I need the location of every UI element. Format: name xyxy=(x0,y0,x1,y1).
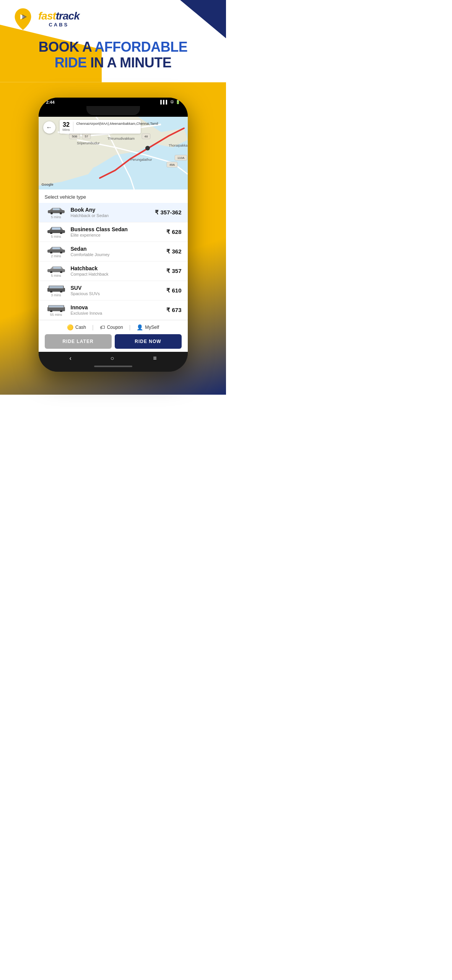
action-buttons: RIDE LATER RIDE NOW xyxy=(45,334,182,349)
vehicle-item-hatchback[interactable]: 5 mins Hatchback Compact Hatchback ₹ 357 xyxy=(39,261,188,281)
vehicle-desc-sedan: Comfortable Journey xyxy=(71,252,167,257)
vehicle-image-wrap-business_sedan: 5 mins xyxy=(45,225,68,238)
payment-myself[interactable]: 👤 MySelf xyxy=(130,324,165,330)
nav-home-icon[interactable]: ○ xyxy=(111,355,114,362)
vehicle-name-suv: SUV xyxy=(71,285,167,291)
home-indicator-area: ‹ ○ ≡ xyxy=(39,352,188,372)
nav-icons-row: ‹ ○ ≡ xyxy=(39,355,188,362)
cash-label: Cash xyxy=(75,325,86,330)
brand-logo-icon xyxy=(11,8,34,31)
vehicle-price-hatchback: ₹ 357 xyxy=(166,268,181,274)
logo-cabs-text: CABS xyxy=(38,22,80,28)
google-watermark: Google xyxy=(42,183,54,186)
vehicle-name-innova: Innova xyxy=(71,304,167,310)
vehicle-info-business_sedan: Business Class Sedan Elite experience xyxy=(68,226,167,237)
svg-rect-28 xyxy=(52,227,60,230)
vehicle-desc-innova: Exclusive Innova xyxy=(71,311,167,315)
vehicle-price-suv: ₹ 610 xyxy=(166,287,181,294)
svg-rect-33 xyxy=(47,269,65,272)
svg-rect-21 xyxy=(48,210,65,213)
map-info-card: 32 Mins ChennaiAirport(MAA),Meenambakkam… xyxy=(60,120,141,134)
tagline-heading: BOOK A AFFORDABLE RIDE IN A MINUTE xyxy=(11,39,215,71)
vehicle-list: 5 mins Book Any Hatchback or Sedan ₹ 357… xyxy=(39,203,188,320)
status-icons: ▌▌▌ ⦿ 🔋 xyxy=(160,100,180,104)
vehicle-price-innova: ₹ 673 xyxy=(166,307,181,314)
notch-cutout xyxy=(86,106,140,115)
wifi-icon: ⦿ xyxy=(170,100,174,104)
payment-cash[interactable]: 🟡 Cash xyxy=(61,324,92,330)
vehicle-item-business_sedan[interactable]: 5 mins Business Class Sedan Elite experi… xyxy=(39,222,188,242)
vehicle-list-container: Select vehicle type 5 mins Book Any Hatc… xyxy=(39,189,188,352)
vehicle-mins-innova: 55 mins xyxy=(50,313,62,317)
tagline: BOOK A AFFORDABLE RIDE IN A MINUTE xyxy=(11,35,215,78)
eta-time-box: 32 Mins xyxy=(63,122,73,132)
svg-rect-36 xyxy=(53,267,61,269)
svg-text:49A: 49A xyxy=(169,163,175,167)
person-icon: 👤 xyxy=(137,324,143,330)
vehicle-mins-suv: 3 mins xyxy=(51,293,61,297)
svg-text:Perungalathur: Perungalathur xyxy=(130,158,152,162)
vehicle-image-wrap-hatchback: 5 mins xyxy=(45,265,68,278)
vehicle-price-book_any: ₹ 357-362 xyxy=(155,209,181,216)
nav-recent-icon[interactable]: ≡ xyxy=(153,355,156,362)
vehicle-image-wrap-sedan: 2 mins xyxy=(45,245,68,258)
phone-notch xyxy=(39,106,188,117)
vehicle-image-wrap-book_any: 5 mins xyxy=(45,206,68,219)
svg-rect-29 xyxy=(47,250,65,253)
vehicle-mins-hatchback: 5 mins xyxy=(51,274,61,278)
vehicle-image-wrap-suv: 3 mins xyxy=(45,284,68,297)
vehicle-desc-hatchback: Compact Hatchback xyxy=(71,272,167,276)
vehicle-price-sedan: ₹ 362 xyxy=(166,248,181,255)
status-time: 2:44 xyxy=(46,100,55,105)
vehicle-mins-business_sedan: 5 mins xyxy=(51,235,61,238)
vehicle-name-hatchback: Hatchback xyxy=(71,265,167,271)
vehicle-info-suv: SUV Spacious SUVs xyxy=(68,285,167,296)
eta-label: Mins xyxy=(63,128,70,132)
home-bar xyxy=(94,366,132,367)
svg-text:110A: 110A xyxy=(177,156,184,160)
vehicle-desc-suv: Spacious SUVs xyxy=(71,291,167,296)
vehicle-name-book_any: Book Any xyxy=(71,207,155,213)
svg-rect-25 xyxy=(47,230,65,233)
ride-later-button[interactable]: RIDE LATER xyxy=(45,334,112,349)
phone-wrapper: 2:44 ▌▌▌ ⦿ 🔋 xyxy=(0,82,226,395)
header: fasttrack CABS BOOK A AFFORDABLE RIDE IN… xyxy=(0,0,226,82)
coupon-label: Coupon xyxy=(107,325,123,330)
vehicle-mins-sedan: 2 mins xyxy=(51,254,61,258)
cash-icon: 🟡 xyxy=(67,324,73,330)
battery-icon: 🔋 xyxy=(176,100,180,104)
vehicle-price-business_sedan: ₹ 628 xyxy=(166,229,181,235)
vehicle-info-hatchback: Hatchback Compact Hatchback xyxy=(68,265,167,276)
vehicle-info-innova: Innova Exclusive Innova xyxy=(68,304,167,315)
back-button[interactable]: ← xyxy=(43,121,55,134)
vehicle-info-sedan: Sedan Comfortable Journey xyxy=(68,246,167,257)
vehicle-item-suv[interactable]: 3 mins SUV Spacious SUVs ₹ 610 xyxy=(39,281,188,301)
vehicle-image-wrap-innova: 55 mins xyxy=(45,304,68,317)
vehicle-name-business_sedan: Business Class Sedan xyxy=(71,226,167,232)
ride-now-button[interactable]: RIDE NOW xyxy=(115,334,182,349)
eta-minutes: 32 xyxy=(63,122,70,128)
vehicle-item-sedan[interactable]: 2 mins Sedan Comfortable Journey ₹ 362 xyxy=(39,242,188,261)
svg-text:Thirumudivakkam: Thirumudivakkam xyxy=(107,137,135,140)
logo-fasttrack: fasttrack xyxy=(38,10,80,22)
vehicle-info-book_any: Book Any Hatchback or Sedan xyxy=(68,207,155,218)
brand-name: fasttrack CABS xyxy=(38,10,80,28)
svg-point-23 xyxy=(60,212,62,214)
nav-back-icon[interactable]: ‹ xyxy=(69,355,71,362)
svg-text:50B: 50B xyxy=(72,135,77,138)
vehicle-item-book_any[interactable]: 5 mins Book Any Hatchback or Sedan ₹ 357… xyxy=(39,203,188,222)
svg-rect-24 xyxy=(53,208,60,210)
destination-address: ChennaiAirport(MAA),Meenambakkam,Chennai… xyxy=(76,122,138,132)
vehicle-item-innova[interactable]: 55 mins Innova Exclusive Innova ₹ 673 xyxy=(39,301,188,320)
svg-text:48: 48 xyxy=(144,135,148,138)
vehicle-desc-book_any: Hatchback or Sedan xyxy=(71,213,155,218)
payment-coupon[interactable]: 🏷 Coupon xyxy=(94,324,129,330)
payment-options-row: 🟡 Cash | 🏷 Coupon | 👤 MySelf xyxy=(45,324,182,330)
vehicle-name-sedan: Sedan xyxy=(71,246,167,252)
screen: 50B 57 32 48 110A 49A Sriperumbudur Thir… xyxy=(39,117,188,352)
status-bar: 2:44 ▌▌▌ ⦿ 🔋 xyxy=(39,98,188,106)
svg-text:Sriperumbudur: Sriperumbudur xyxy=(77,141,100,145)
bottom-bar: 🟡 Cash | 🏷 Coupon | 👤 MySelf xyxy=(39,320,188,352)
svg-point-22 xyxy=(50,212,53,214)
logo-area: fasttrack CABS xyxy=(11,8,215,31)
